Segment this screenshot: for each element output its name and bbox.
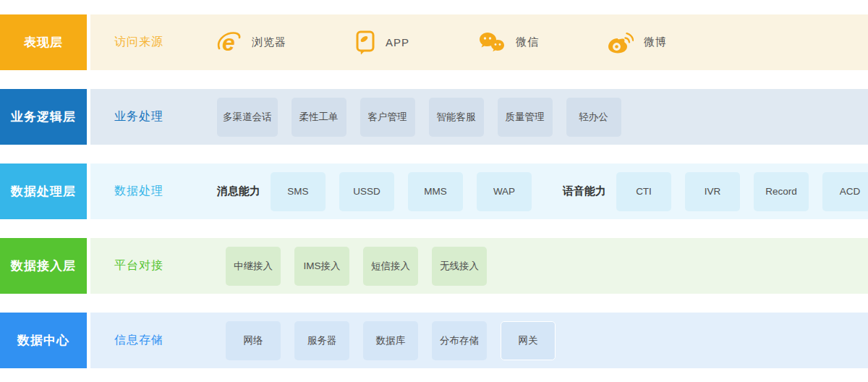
capability-chip: 客户管理 [360,98,415,137]
category-business-processing: 业务处理 [114,109,217,124]
capability-chip: 服务器 [294,321,349,360]
layer-label-presentation: 表现层 [0,14,87,70]
source-label: 微信 [516,35,539,49]
source-label: APP [386,36,409,48]
wechat-icon [478,31,506,54]
capability-chip: Record [754,172,809,211]
layer-content-presentation: 访问来源 e 浏览器 APP [90,14,868,70]
source-item-app: APP [355,30,409,55]
layer-row-data-center: 数据中心 信息存储 网络 服务器 数据库 分布存储 网关 [0,313,868,368]
layer-row-business-logic: 业务逻辑层 业务处理 多渠道会话 柔性工单 客户管理 智能客服 质量管理 轻办公 [0,89,868,145]
group-title-message-capability: 消息能力 [217,184,260,198]
capability-chip: 数据库 [363,321,418,360]
mobile-app-icon [355,30,375,55]
capability-chip: 柔性工单 [292,98,346,137]
source-label: 微博 [644,35,667,49]
layer-label-business-logic: 业务逻辑层 [0,89,87,145]
layer-row-data-access: 数据接入层 平台对接 中继接入 IMS接入 短信接入 无线接入 [0,238,868,294]
capability-chip: 质量管理 [498,98,553,137]
capability-chip: IVR [685,172,740,211]
capability-chip: ACD [822,172,868,211]
layer-content-data-center: 信息存储 网络 服务器 数据库 分布存储 网关 [90,313,868,368]
capability-chip: 中继接入 [226,247,281,286]
capability-chip: SMS [271,172,326,211]
layer-row-presentation: 表现层 访问来源 e 浏览器 [0,14,868,70]
capability-chip: 短信接入 [363,247,418,286]
category-information-storage: 信息存储 [114,333,217,348]
layer-content-business-logic: 业务处理 多渠道会话 柔性工单 客户管理 智能客服 质量管理 轻办公 [90,89,868,145]
category-platform-integration: 平台对接 [114,258,217,273]
group-title-voice-capability: 语音能力 [563,184,606,198]
capability-chip: MMS [408,172,463,211]
capability-chip: 无线接入 [432,247,487,286]
capability-chip: 网关 [501,321,556,360]
source-item-wechat: 微信 [478,31,539,54]
layer-label-data-center: 数据中心 [0,313,87,368]
layer-content-data-processing: 数据处理 消息能力 SMS USSD MMS WAP 语音能力 CTI IVR … [90,164,868,219]
source-label: 浏览器 [252,35,286,49]
chip-group: 中继接入 IMS接入 短信接入 无线接入 [217,247,501,286]
layer-content-data-access: 平台对接 中继接入 IMS接入 短信接入 无线接入 [90,238,868,294]
capability-chip: 分布存储 [432,321,487,360]
capability-chip: WAP [477,172,532,211]
layer-label-data-processing: 数据处理层 [0,164,87,219]
category-data-processing: 数据处理 [114,184,217,199]
layer-row-data-processing: 数据处理层 数据处理 消息能力 SMS USSD MMS WAP 语音能力 CT… [0,164,868,219]
capability-chip: 轻办公 [566,98,621,137]
chip-group: 多渠道会话 柔性工单 客户管理 智能客服 质量管理 轻办公 [217,98,635,137]
source-item-weibo: 微博 [608,31,667,54]
capability-chip: IMS接入 [294,247,349,286]
category-access-sources: 访问来源 [114,35,217,50]
capability-chip: 多渠道会话 [217,98,278,137]
architecture-diagram: 表现层 访问来源 e 浏览器 [0,0,868,368]
capability-chip: CTI [616,172,671,211]
ie-browser-icon: e [217,31,242,54]
capability-chip: USSD [339,172,394,211]
capability-chip: 网络 [226,321,281,360]
source-item-browser: e 浏览器 [217,31,286,54]
chip-group: 网络 服务器 数据库 分布存储 网关 [217,321,569,360]
capability-chip: 智能客服 [429,98,484,137]
layer-label-data-access: 数据接入层 [0,238,87,294]
chip-group: 消息能力 SMS USSD MMS WAP 语音能力 CTI IVR Recor… [217,172,868,211]
weibo-icon [608,31,634,54]
